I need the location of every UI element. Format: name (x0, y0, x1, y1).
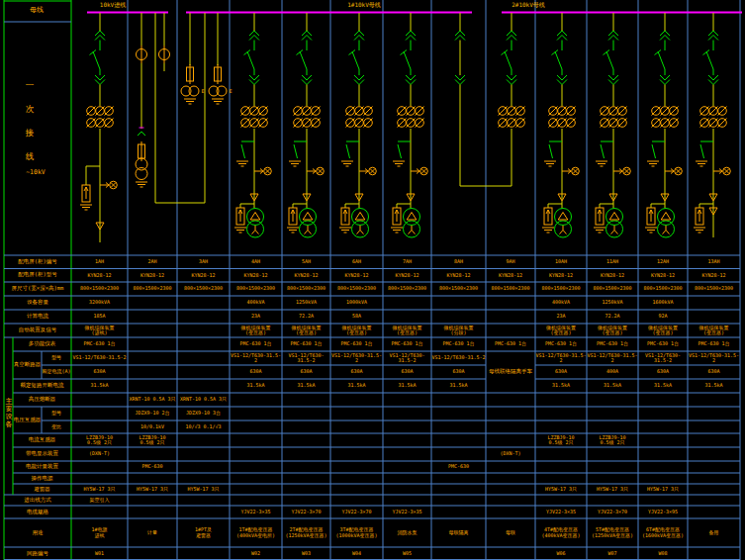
table-cell: 10/0.1kV (128, 420, 177, 433)
table-cell: 630A (688, 365, 740, 379)
row-block-label: 真空断路器 (13, 351, 42, 379)
table-cell: 630A (535, 365, 587, 379)
row-label: 高压熔断器 (13, 393, 71, 407)
drawout-contact-icon (708, 36, 718, 41)
table-cell: 630A (71, 365, 128, 379)
table-cell: 4T#配电变压器 (400kVA变压器) (535, 518, 587, 547)
row-label: 配电屏(柜)编号 (4, 255, 71, 269)
table-cell: 7AH (383, 255, 431, 269)
table-cell: HY5W-17 3只 (587, 484, 638, 495)
table-cell: 3AH (177, 255, 230, 269)
table-cell: PMC-630 1台 (431, 337, 486, 351)
table-cell: VS1-12/T630-31.5-2 (535, 351, 587, 365)
table-cell: XRNT-10 0.5A 3只 (128, 393, 177, 407)
table-cell: PMC-630 (128, 461, 177, 473)
table-cell: 6T#配电变压器 (1600kVA变压器) (638, 518, 688, 547)
table-cell: PMC-630 1台 (638, 337, 688, 351)
table-cell: PMC-630 1台 (535, 337, 587, 351)
row-label: 电流互感器 (13, 433, 71, 447)
table-cell: 31.5kA (330, 379, 383, 393)
table-cell: 31.5kA (383, 379, 431, 393)
path (558, 213, 568, 221)
table-cell: HY5W-17 3只 (71, 484, 128, 495)
drawout-contact-icon (507, 36, 516, 41)
line (360, 231, 364, 234)
table-cell: JDZX9-10 2台 (128, 407, 177, 420)
row-label: 配电屏(柜)型号 (4, 269, 71, 283)
table-cell: 800×1500×2300 (330, 282, 383, 296)
bus-label: 2#10kV母线 (507, 1, 550, 10)
table-cell: YJV22-3×35 (383, 506, 431, 518)
table-cell: 12AH (638, 255, 688, 269)
line (655, 50, 662, 55)
table-cell: KYN28-12 (486, 269, 535, 283)
table-cell: W08 (638, 547, 688, 560)
line (611, 231, 615, 234)
row-label: 带电显示装置 (13, 447, 71, 461)
table-cell: 800×1500×2300 (177, 282, 230, 296)
table-cell: 1#电源 进线 (71, 518, 128, 547)
table-cell: JDZX9-10 3台 (177, 407, 230, 420)
table-cell: KYN28-12 (638, 269, 688, 283)
table-cell: LZZBJ9-10 0.5级 2只 (535, 433, 587, 447)
table-cell: 400kVA (535, 296, 587, 310)
table-cell: 1T#配电变压器 (400kVA变电所) (230, 518, 282, 547)
table-cell: VS1-12/T630-31.5-2 (71, 351, 128, 365)
table-cell: 31.5kA (431, 379, 486, 393)
table-cell: 630A (230, 365, 282, 379)
table-cell: KYN28-12 (330, 269, 383, 283)
table-cell: KYN28-12 (431, 269, 486, 283)
drawout-contact-icon (95, 36, 105, 41)
row-label: 自动装置及信号 (4, 324, 71, 337)
table-cell: VS1-12/T630-31.5-2 (282, 351, 330, 365)
table-cell: 92A (638, 310, 688, 324)
line (409, 231, 413, 234)
breaker-icon (555, 51, 562, 69)
table-cell: 微机综保装置 (变压器) (587, 324, 638, 337)
table-cell: 800×1500×2300 (587, 282, 638, 296)
table-cell: 5AH (282, 255, 330, 269)
table-cell: 23A (535, 310, 587, 324)
line (252, 231, 256, 234)
row-label: 设备容量 (4, 296, 71, 310)
table-cell: 微机综保装置 (进线) (71, 324, 128, 337)
table-cell: 母联 (486, 518, 535, 547)
row-label: 计算电流 (4, 310, 71, 324)
path (700, 144, 704, 158)
table-cell: 800×1500×2300 (486, 282, 535, 296)
table-cell: LZZBJ9-10 0.5级 2只 (128, 433, 177, 447)
table-cell: 31.5kA (535, 379, 587, 393)
drawing-title-char: 次 (24, 105, 36, 115)
table-cell: 31.5kA (230, 379, 282, 393)
row-sub-label: 额定电流(A) (42, 365, 71, 379)
table-cell: 800×1500×2300 (535, 282, 587, 296)
line (305, 231, 309, 234)
drawing-title-char: 一 (24, 81, 36, 91)
path (601, 144, 605, 158)
table-cell: 400kVA (230, 296, 282, 310)
table-cell: 31.5kA (688, 379, 740, 393)
table-cell: KYN28-12 (688, 269, 740, 283)
drawing-title-char: 线 (24, 152, 36, 162)
table-cell: 630A (330, 365, 383, 379)
table-cell: 23A (230, 310, 282, 324)
table-cell: HY5W-17 3只 (177, 484, 230, 495)
table-cell: 13AH (688, 255, 740, 269)
table-cell: VS1-12/T630-31.5-2 (383, 351, 431, 365)
table-cell: 31.5kA (282, 379, 330, 393)
line (297, 50, 304, 55)
line (412, 231, 416, 234)
table-cell: 计量 (128, 518, 177, 547)
drawout-contact-icon (608, 36, 618, 41)
row-label: 操作电源 (13, 473, 71, 484)
line (663, 231, 667, 234)
table-cell: 31.5kA (71, 379, 128, 393)
table-cell: 400A (587, 365, 638, 379)
table-cell: 31.5kA (638, 379, 688, 393)
drawout-contact-icon (302, 75, 312, 80)
line (604, 50, 610, 55)
row-sub-label: 型号 (42, 351, 71, 365)
breaker-icon (706, 51, 713, 69)
table-cell: YJV22-3×70 (587, 506, 638, 518)
line (244, 50, 251, 55)
